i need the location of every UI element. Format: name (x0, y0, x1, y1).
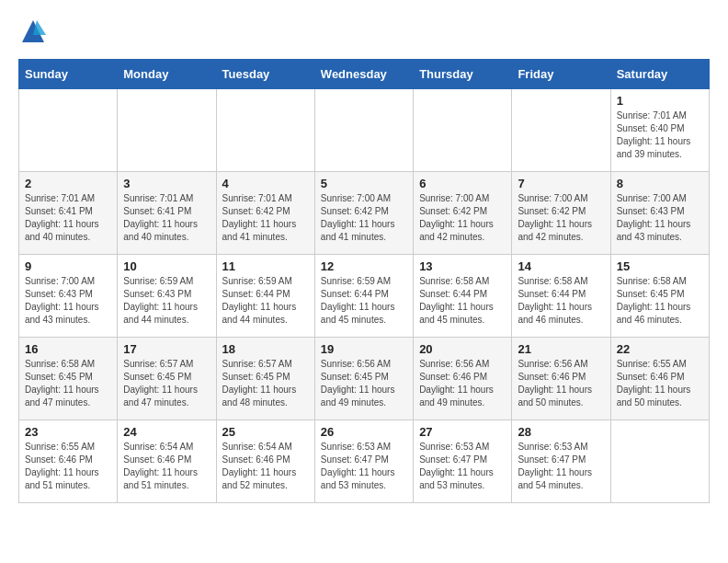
calendar-cell: 25Sunrise: 6:54 AM Sunset: 6:46 PM Dayli… (216, 420, 314, 503)
day-info: Sunrise: 7:01 AM Sunset: 6:41 PM Dayligh… (123, 192, 210, 244)
calendar-cell: 20Sunrise: 6:56 AM Sunset: 6:46 PM Dayli… (414, 338, 512, 420)
calendar-cell: 21Sunrise: 6:56 AM Sunset: 6:46 PM Dayli… (512, 338, 610, 420)
calendar-week-3: 9Sunrise: 7:00 AM Sunset: 6:43 PM Daylig… (19, 255, 710, 338)
day-number: 12 (321, 259, 407, 273)
day-number: 19 (321, 342, 407, 356)
column-header-sunday: Sunday (19, 60, 118, 89)
day-info: Sunrise: 7:00 AM Sunset: 6:43 PM Dayligh… (25, 275, 111, 327)
calendar-cell (118, 89, 216, 172)
day-number: 9 (25, 259, 111, 273)
calendar-cell: 28Sunrise: 6:53 AM Sunset: 6:47 PM Dayli… (512, 420, 610, 503)
day-info: Sunrise: 6:58 AM Sunset: 6:45 PM Dayligh… (617, 275, 703, 327)
calendar-cell: 23Sunrise: 6:55 AM Sunset: 6:46 PM Dayli… (19, 420, 118, 503)
day-info: Sunrise: 7:00 AM Sunset: 6:42 PM Dayligh… (419, 192, 506, 244)
day-number: 26 (321, 425, 407, 439)
calendar-cell: 19Sunrise: 6:56 AM Sunset: 6:45 PM Dayli… (314, 338, 413, 420)
day-number: 20 (419, 342, 506, 356)
day-info: Sunrise: 6:58 AM Sunset: 6:45 PM Dayligh… (25, 358, 111, 409)
day-number: 13 (419, 259, 506, 273)
column-header-saturday: Saturday (610, 60, 709, 89)
day-number: 4 (222, 177, 309, 190)
calendar-week-1: 1Sunrise: 7:01 AM Sunset: 6:40 PM Daylig… (19, 89, 710, 172)
day-info: Sunrise: 6:56 AM Sunset: 6:46 PM Dayligh… (518, 358, 604, 409)
svg-marker-1 (33, 20, 46, 35)
calendar-cell: 8Sunrise: 7:00 AM Sunset: 6:43 PM Daylig… (610, 172, 709, 255)
calendar-cell: 3Sunrise: 7:01 AM Sunset: 6:41 PM Daylig… (118, 172, 216, 255)
day-info: Sunrise: 6:57 AM Sunset: 6:45 PM Dayligh… (123, 358, 210, 409)
calendar-cell: 24Sunrise: 6:54 AM Sunset: 6:46 PM Dayli… (118, 420, 216, 503)
day-number: 16 (25, 342, 111, 356)
day-info: Sunrise: 7:01 AM Sunset: 6:41 PM Dayligh… (25, 192, 111, 244)
calendar-week-4: 16Sunrise: 6:58 AM Sunset: 6:45 PM Dayli… (19, 338, 710, 420)
day-number: 22 (617, 342, 703, 356)
day-info: Sunrise: 6:58 AM Sunset: 6:44 PM Dayligh… (518, 275, 604, 327)
day-info: Sunrise: 6:54 AM Sunset: 6:46 PM Dayligh… (123, 441, 210, 492)
calendar-cell: 2Sunrise: 7:01 AM Sunset: 6:41 PM Daylig… (19, 172, 118, 255)
day-info: Sunrise: 6:53 AM Sunset: 6:47 PM Dayligh… (518, 441, 604, 492)
column-header-wednesday: Wednesday (314, 60, 413, 89)
calendar-cell: 11Sunrise: 6:59 AM Sunset: 6:44 PM Dayli… (216, 255, 314, 338)
day-info: Sunrise: 6:55 AM Sunset: 6:46 PM Dayligh… (617, 358, 703, 409)
day-info: Sunrise: 7:00 AM Sunset: 6:42 PM Dayligh… (518, 192, 604, 244)
calendar-cell (216, 89, 314, 172)
day-info: Sunrise: 6:53 AM Sunset: 6:47 PM Dayligh… (419, 441, 506, 492)
calendar-cell: 12Sunrise: 6:59 AM Sunset: 6:44 PM Dayli… (314, 255, 413, 338)
calendar-cell: 15Sunrise: 6:58 AM Sunset: 6:45 PM Dayli… (610, 255, 709, 338)
day-number: 1 (617, 94, 703, 108)
day-number: 3 (123, 177, 210, 190)
calendar-cell (414, 89, 512, 172)
day-info: Sunrise: 7:01 AM Sunset: 6:42 PM Dayligh… (222, 192, 309, 244)
calendar-cell (610, 420, 709, 503)
day-info: Sunrise: 7:00 AM Sunset: 6:42 PM Dayligh… (321, 192, 407, 244)
day-info: Sunrise: 7:00 AM Sunset: 6:43 PM Dayligh… (617, 192, 703, 244)
calendar-week-2: 2Sunrise: 7:01 AM Sunset: 6:41 PM Daylig… (19, 172, 710, 255)
day-info: Sunrise: 6:54 AM Sunset: 6:46 PM Dayligh… (222, 441, 309, 492)
calendar-table: SundayMondayTuesdayWednesdayThursdayFrid… (18, 59, 710, 503)
day-number: 25 (222, 425, 309, 439)
calendar-cell: 14Sunrise: 6:58 AM Sunset: 6:44 PM Dayli… (512, 255, 610, 338)
calendar-cell: 4Sunrise: 7:01 AM Sunset: 6:42 PM Daylig… (216, 172, 314, 255)
day-number: 14 (518, 259, 604, 273)
day-number: 15 (617, 259, 703, 273)
day-info: Sunrise: 6:55 AM Sunset: 6:46 PM Dayligh… (25, 441, 111, 492)
day-number: 27 (419, 425, 506, 439)
day-number: 18 (222, 342, 309, 356)
day-info: Sunrise: 6:57 AM Sunset: 6:45 PM Dayligh… (222, 358, 309, 409)
day-info: Sunrise: 6:58 AM Sunset: 6:44 PM Dayligh… (419, 275, 506, 327)
calendar-header-row: SundayMondayTuesdayWednesdayThursdayFrid… (19, 60, 710, 89)
calendar-cell: 26Sunrise: 6:53 AM Sunset: 6:47 PM Dayli… (314, 420, 413, 503)
day-info: Sunrise: 6:53 AM Sunset: 6:47 PM Dayligh… (321, 441, 407, 492)
calendar-cell (314, 89, 413, 172)
day-number: 23 (25, 425, 111, 439)
day-info: Sunrise: 6:59 AM Sunset: 6:43 PM Dayligh… (123, 275, 210, 327)
day-number: 2 (25, 177, 111, 190)
column-header-monday: Monday (118, 60, 216, 89)
day-number: 10 (123, 259, 210, 273)
calendar-week-5: 23Sunrise: 6:55 AM Sunset: 6:46 PM Dayli… (19, 420, 710, 503)
logo (18, 18, 46, 44)
calendar-cell (19, 89, 118, 172)
day-info: Sunrise: 6:56 AM Sunset: 6:45 PM Dayligh… (321, 358, 407, 409)
calendar-cell: 27Sunrise: 6:53 AM Sunset: 6:47 PM Dayli… (414, 420, 512, 503)
calendar-cell: 10Sunrise: 6:59 AM Sunset: 6:43 PM Dayli… (118, 255, 216, 338)
day-number: 6 (419, 177, 506, 190)
column-header-tuesday: Tuesday (216, 60, 314, 89)
calendar-cell: 1Sunrise: 7:01 AM Sunset: 6:40 PM Daylig… (610, 89, 709, 172)
column-header-friday: Friday (512, 60, 610, 89)
column-header-thursday: Thursday (414, 60, 512, 89)
calendar-cell (512, 89, 610, 172)
day-info: Sunrise: 6:56 AM Sunset: 6:46 PM Dayligh… (419, 358, 506, 409)
calendar-cell: 7Sunrise: 7:00 AM Sunset: 6:42 PM Daylig… (512, 172, 610, 255)
calendar-cell: 17Sunrise: 6:57 AM Sunset: 6:45 PM Dayli… (118, 338, 216, 420)
day-number: 17 (123, 342, 210, 356)
calendar-cell: 16Sunrise: 6:58 AM Sunset: 6:45 PM Dayli… (19, 338, 118, 420)
calendar-cell: 18Sunrise: 6:57 AM Sunset: 6:45 PM Dayli… (216, 338, 314, 420)
calendar-cell: 6Sunrise: 7:00 AM Sunset: 6:42 PM Daylig… (414, 172, 512, 255)
calendar-cell: 5Sunrise: 7:00 AM Sunset: 6:42 PM Daylig… (314, 172, 413, 255)
day-number: 21 (518, 342, 604, 356)
day-number: 28 (518, 425, 604, 439)
day-number: 24 (123, 425, 210, 439)
page-header (18, 18, 710, 44)
day-number: 7 (518, 177, 604, 190)
day-number: 8 (617, 177, 703, 190)
